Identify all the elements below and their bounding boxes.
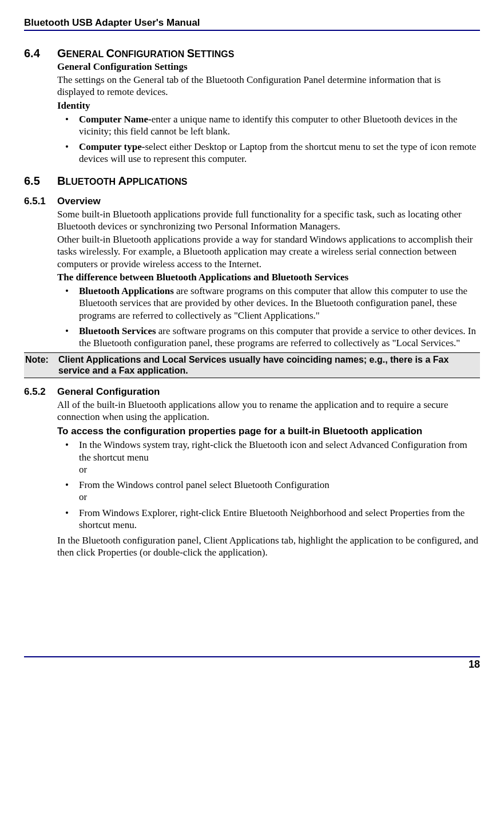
list-item: In the Windows system tray, right-click …	[57, 439, 480, 475]
note-box: Note: Client Applications and Local Serv…	[24, 352, 480, 378]
t: B	[57, 174, 65, 187]
item-bold: Bluetooth Applications	[79, 285, 174, 296]
item-text: In the Windows system tray, right-click …	[79, 439, 467, 462]
t: S	[187, 47, 195, 60]
general-config-subtitle: General Configuration Settings	[57, 61, 480, 73]
gencfg-p1: All of the built-in Bluetooth applicatio…	[57, 399, 480, 423]
access-title: To access the configuration properties p…	[57, 425, 480, 437]
section-number: 6.5	[24, 174, 57, 188]
list-item: From Windows Explorer, right-click Entir…	[57, 507, 480, 532]
item-bold: Computer Name-	[79, 114, 152, 125]
t: C	[106, 47, 114, 60]
list-item: Computer type-select either Desktop or L…	[57, 141, 480, 165]
note-body: Client Applications and Local Services u…	[58, 354, 479, 376]
difference-list: Bluetooth Applications are software prog…	[57, 285, 480, 349]
identity-label: Identity	[57, 100, 480, 112]
section-number: 6.4	[24, 47, 57, 60]
doc-header: Bluetooth USB Adapter User's Manual	[24, 17, 480, 31]
general-config-para: The settings on the General tab of the B…	[57, 74, 480, 98]
t: LUETOOTH	[65, 177, 118, 187]
item-bold: Bluetooth Services	[79, 326, 156, 336]
subsection-title: General Configuration	[57, 386, 160, 398]
t: PPLICATIONS	[126, 177, 187, 187]
subsection-number: 6.5.2	[24, 386, 57, 398]
list-item: From the Windows control panel select Bl…	[57, 479, 480, 503]
section-title: BLUETOOTH APPLICATIONS	[57, 174, 187, 188]
section-6-5-2-heading: 6.5.2 General Configuration	[24, 386, 480, 398]
section-6-5-heading: 6.5 BLUETOOTH APPLICATIONS	[24, 174, 480, 188]
gencfg-p2: In the Bluetooth configuration panel, Cl…	[57, 534, 480, 559]
t: ENERAL	[66, 49, 106, 59]
note-label: Note:	[25, 354, 58, 376]
overview-p2: Other built-in Bluetooth applications pr…	[57, 233, 480, 270]
list-item: Computer Name-enter a unique name to ide…	[57, 113, 480, 138]
list-item: Bluetooth Services are software programs…	[57, 325, 480, 350]
section-6-5-1-heading: 6.5.1 Overview	[24, 196, 480, 207]
item-bold: Computer type-	[79, 141, 145, 152]
section-6-4-heading: 6.4 GENERAL CONFIGURATION SETTINGS	[24, 47, 480, 60]
identity-list: Computer Name-enter a unique name to ide…	[57, 113, 480, 165]
list-item: Bluetooth Applications are software prog…	[57, 285, 480, 322]
t: A	[118, 174, 126, 187]
t: ETTINGS	[195, 49, 234, 59]
difference-title: The difference between Bluetooth Applica…	[57, 271, 480, 283]
page-number: 18	[24, 656, 480, 671]
t: G	[57, 47, 66, 60]
item-text: From the Windows control panel select Bl…	[79, 479, 330, 490]
access-list: In the Windows system tray, right-click …	[57, 439, 480, 531]
item-text: From Windows Explorer, right-click Entir…	[79, 507, 465, 530]
subsection-title: Overview	[57, 196, 101, 207]
section-title: GENERAL CONFIGURATION SETTINGS	[57, 47, 234, 60]
item-or: or	[79, 491, 87, 502]
t: ONFIGURATION	[114, 49, 187, 59]
item-or: or	[79, 464, 87, 475]
subsection-number: 6.5.1	[24, 196, 57, 207]
overview-p1: Some built-in Bluetooth applications pro…	[57, 208, 480, 233]
